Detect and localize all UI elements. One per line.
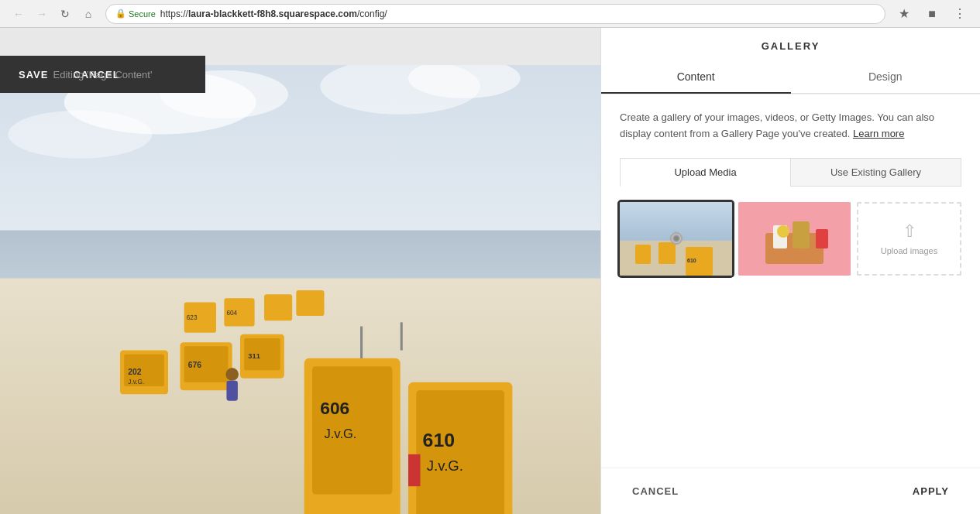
- media-item-beach[interactable]: ⚙ ✏ 🗑: [620, 202, 732, 276]
- svg-rect-32: [296, 290, 324, 316]
- url-protocol: https://: [160, 9, 188, 19]
- svg-point-33: [225, 368, 239, 381]
- panel-body: Create a gallery of your images, videos,…: [601, 94, 980, 468]
- forward-button[interactable]: →: [33, 5, 51, 23]
- gallery-image-container: 202 J.v.G. 676 311 606: [0, 65, 600, 514]
- footer-apply-button[interactable]: APPLY: [900, 479, 961, 503]
- source-tab-gallery[interactable]: Use Existing Gallery: [790, 158, 961, 187]
- url-path: /config/: [357, 9, 387, 19]
- squarespace-button[interactable]: ■: [921, 3, 943, 25]
- svg-text:J.v.G.: J.v.G.: [325, 427, 357, 441]
- beach-thumbnail: 610 ✛: [620, 202, 732, 276]
- upload-area[interactable]: ⇧ Upload images: [857, 202, 961, 276]
- tab-content[interactable]: Content: [601, 61, 791, 94]
- svg-text:202: 202: [128, 368, 141, 376]
- svg-text:J.v.G.: J.v.G.: [128, 379, 144, 386]
- reload-button[interactable]: ↻: [56, 5, 74, 23]
- secure-label: Secure: [129, 9, 156, 19]
- svg-text:623: 623: [187, 314, 198, 321]
- tab-design[interactable]: Design: [791, 61, 981, 94]
- svg-rect-47: [816, 229, 828, 248]
- editing-label: Editing 'Page Content': [53, 69, 153, 81]
- svg-rect-36: [401, 322, 403, 350]
- browser-nav-buttons: ← → ↻ ⌂: [9, 5, 98, 23]
- source-tabs: Upload Media Use Existing Gallery: [620, 158, 961, 187]
- svg-rect-26: [408, 454, 421, 486]
- source-tab-upload[interactable]: Upload Media: [620, 158, 790, 187]
- beach-scene-svg: 202 J.v.G. 676 311 606: [0, 65, 600, 514]
- panel-description: Create a gallery of your images, videos,…: [620, 110, 961, 142]
- panel-header: GALLERY Content Design: [601, 28, 980, 94]
- lock-icon: 🔒: [115, 9, 126, 19]
- svg-text:610: 610: [423, 430, 455, 451]
- panel-tabs: Content Design: [601, 61, 980, 94]
- svg-point-5: [8, 111, 152, 159]
- svg-rect-39: [635, 245, 651, 264]
- svg-text:311: 311: [248, 352, 260, 360]
- svg-point-48: [777, 225, 789, 238]
- footer-cancel-button[interactable]: CANCEL: [620, 479, 691, 503]
- svg-text:676: 676: [188, 361, 201, 369]
- learn-more-link[interactable]: Learn more: [853, 128, 904, 139]
- svg-text:604: 604: [226, 310, 237, 317]
- svg-text:606: 606: [320, 398, 349, 418]
- svg-rect-34: [226, 381, 237, 401]
- upload-label: Upload images: [881, 246, 937, 255]
- media-grid: ⚙ ✏ 🗑: [620, 202, 961, 276]
- url-domain: laura-blackkett-f8h8.squarespace.com: [188, 9, 357, 19]
- svg-text:J.v.G.: J.v.G.: [427, 457, 463, 474]
- home-button[interactable]: ⌂: [79, 5, 98, 23]
- panel-title: GALLERY: [601, 40, 980, 52]
- address-bar[interactable]: 🔒 Secure https://laura-blackkett-f8h8.sq…: [105, 4, 885, 24]
- browser-actions: ★ ■ ⋮: [893, 3, 971, 25]
- main-layout: SAVE CANCEL Editing 'Page Content': [0, 28, 980, 514]
- pink-thumbnail: [738, 202, 851, 276]
- svg-rect-35: [360, 327, 363, 358]
- url-text: https://laura-blackkett-f8h8.squarespace…: [160, 9, 387, 19]
- right-panel: GALLERY Content Design Create a gallery …: [600, 28, 980, 514]
- more-button[interactable]: ⋮: [949, 3, 971, 25]
- media-item-product[interactable]: [738, 202, 851, 276]
- back-button[interactable]: ←: [9, 5, 28, 23]
- bookmark-button[interactable]: ★: [893, 3, 915, 25]
- page-content: 202 J.v.G. 676 311 606: [0, 65, 600, 514]
- editor-toolbar: SAVE CANCEL Editing 'Page Content': [0, 56, 205, 93]
- upload-icon: ⇧: [903, 221, 916, 242]
- svg-rect-31: [264, 294, 292, 320]
- save-button[interactable]: SAVE: [19, 66, 48, 84]
- svg-rect-23: [416, 390, 504, 514]
- content-area: SAVE CANCEL Editing 'Page Content': [0, 28, 600, 514]
- svg-text:610: 610: [687, 258, 696, 263]
- browser-chrome: ← → ↻ ⌂ 🔒 Secure https://laura-blackkett…: [0, 0, 980, 28]
- svg-rect-46: [793, 221, 810, 248]
- secure-badge: 🔒 Secure: [115, 9, 156, 19]
- pink-thumb-svg: [738, 202, 851, 276]
- panel-footer: CANCEL APPLY: [601, 468, 980, 514]
